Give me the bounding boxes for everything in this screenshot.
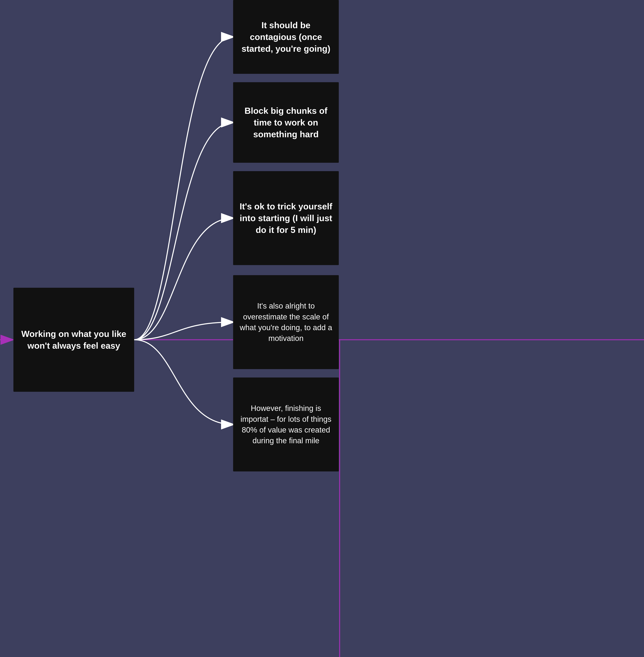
root-node-text: Working on what you like won't always fe… [19,328,129,352]
node-trick-yourself-text: It's ok to trick yourself into starting … [238,201,334,236]
node-contagious: It should be contagious (once started, y… [233,0,339,74]
node-finishing-text: However, finishing is importat – for lot… [238,403,334,446]
node-trick-yourself: It's ok to trick yourself into starting … [233,171,339,265]
node-block-time-text: Block big chunks of time to work on some… [238,105,334,140]
node-overestimate: It's also alright to overestimate the sc… [233,275,339,369]
node-overestimate-text: It's also alright to overestimate the sc… [238,300,334,344]
root-node: Working on what you like won't always fe… [14,288,134,392]
node-finishing: However, finishing is importat – for lot… [233,378,339,472]
node-contagious-text: It should be contagious (once started, y… [238,19,334,55]
node-block-time: Block big chunks of time to work on some… [233,82,339,163]
